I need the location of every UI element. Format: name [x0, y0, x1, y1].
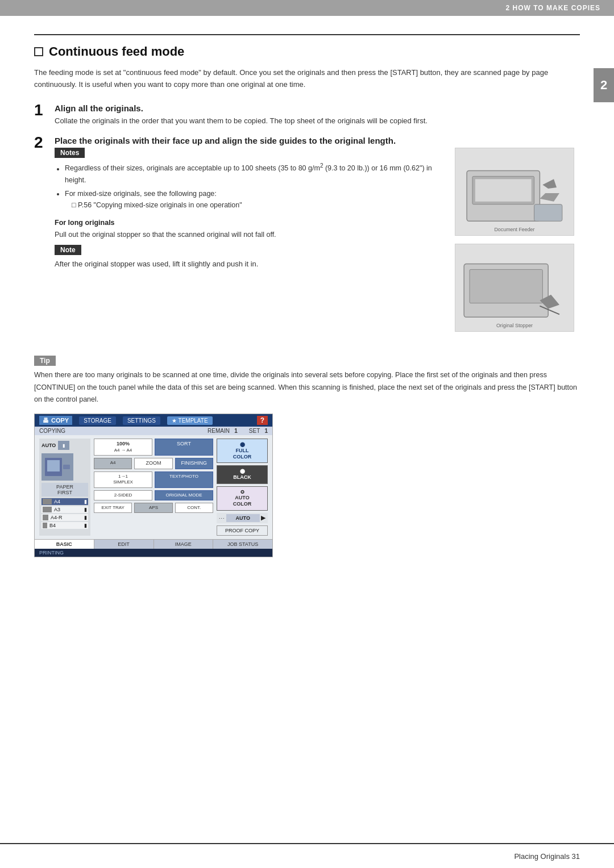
paper-sizes: A4 ▮ A3 ▮ A4-R ▮ [42, 498, 88, 529]
auto-color-icon: ✪ [221, 490, 264, 495]
header-chapter: 2 HOW TO MAKE COPIES [506, 4, 600, 12]
copy-tab-template: ★ TEMPLATE [167, 416, 213, 425]
notes-box: Notes Regardless of their sizes, origina… [55, 148, 443, 210]
copy-copying-label: COPYING [39, 428, 65, 434]
exit-tray-btn[interactable]: EXIT TRAY [94, 503, 132, 513]
paper-first-btn[interactable]: PAPERFIRST [42, 483, 88, 496]
notes-list: Regardless of their sizes, originals are… [55, 161, 443, 210]
set-label: SET 1 [249, 428, 268, 434]
size-label-a3: A3 [54, 507, 60, 512]
intro-text: The feeding mode is set at "continuous f… [34, 67, 580, 91]
full-color-label: FULLCOLOR [221, 448, 264, 460]
copy-row-4: 2-SIDED ORIGINAL MODE [94, 490, 213, 500]
tip-section: Tip When there are too many originals to… [34, 356, 580, 557]
size-indicator-b4: ▮ [84, 523, 87, 528]
copy-tab-settings: SETTINGS [123, 416, 160, 425]
for-long-section: For long originals Pull out the original… [55, 219, 443, 240]
size-bar-a4r [43, 515, 48, 520]
footer-tab-job-status[interactable]: JOB STATUS [213, 540, 272, 549]
black-btn[interactable]: ⬤ BLACK [217, 465, 268, 483]
step-2: 2 Place the originals with their face up… [34, 136, 580, 340]
dots-icon: ··· [219, 515, 225, 521]
copy-ui-screenshot: 🖶 COPY STORAGE SETTINGS ★ TEMPLATE ? COP… [34, 414, 273, 557]
copy-ui-right: ⬤ FULLCOLOR ⬤ BLACK ✪ AUTOCOLOR ··· AUTO [217, 439, 268, 536]
footer-right: Placing Originals 31 [514, 852, 580, 861]
proof-copy-btn[interactable]: PROOF COPY [217, 525, 268, 536]
copy-ui-title: COPY [51, 417, 69, 424]
size-a4[interactable]: A4 ▮ [42, 498, 88, 505]
main-content: Continuous feed mode The feeding mode is… [0, 16, 614, 591]
auto-row: AUTO ▮ [42, 441, 88, 450]
paper-aps-btn[interactable]: A4 [94, 458, 132, 469]
step-2-number: 2 [34, 133, 55, 152]
step-2-heading: Place the originals with their face up a… [55, 136, 580, 145]
for-long-title: For long originals [55, 219, 443, 227]
size-indicator-a4r: ▮ [84, 515, 87, 520]
note-item-1: Regardless of their sizes, originals are… [65, 161, 443, 185]
header-bar: 2 HOW TO MAKE COPIES [0, 0, 614, 16]
svg-text:Original Stopper: Original Stopper [496, 323, 533, 328]
note-single-content: After the original stopper was used, lif… [55, 258, 443, 270]
copy-row-3: 1→1SIMPLEX TEXT/PHOTO [94, 471, 213, 488]
copy-ui-header: 🖶 COPY STORAGE SETTINGS ★ TEMPLATE ? [35, 414, 272, 427]
copy-row-bottom: EXIT TRAY APS CONT. [94, 503, 213, 513]
checkbox-icon [34, 47, 43, 56]
copy-ui-body: AUTO ▮ PAPERFIRST [35, 435, 272, 539]
size-a4r[interactable]: A4-R ▮ [42, 514, 88, 521]
step-1-content: Align all the originals. Collate the ori… [55, 103, 580, 127]
size-b4[interactable]: B4 ▮ [42, 522, 88, 529]
zoom-select-btn[interactable]: ZOOM [134, 458, 172, 469]
svg-rect-16 [47, 460, 60, 471]
machine-image-top: Document Feeder [455, 148, 574, 236]
arrow-right-icon[interactable]: ▶ [261, 514, 265, 521]
zoom-btn[interactable]: 100% A4 → A4 [94, 439, 152, 456]
notes-label: Notes [55, 148, 85, 158]
step-1-number: 1 [34, 101, 55, 119]
auto-btn[interactable]: AUTO [226, 514, 260, 522]
page-footer: Placing Originals 31 [0, 843, 614, 868]
size-label-a4: A4 [54, 499, 60, 504]
simplex-btn[interactable]: 1→1SIMPLEX [94, 471, 152, 488]
auto-color-btn[interactable]: ✪ AUTOCOLOR [217, 486, 268, 511]
copy-help-btn[interactable]: ? [257, 416, 268, 425]
footer-tab-basic[interactable]: BASIC [35, 540, 94, 549]
size-label-b4: B4 [49, 523, 56, 528]
footer-tab-edit[interactable]: EDIT [94, 540, 154, 549]
size-bar-a3 [43, 507, 52, 512]
auto-setting-row: ··· AUTO ▶ [217, 513, 268, 523]
chapter-number: 2 [600, 78, 607, 93]
size-a3[interactable]: A3 ▮ [42, 506, 88, 513]
size-label-a4r: A4-R [51, 515, 63, 520]
printing-status: PRINTING [39, 550, 64, 556]
step-2-left: Notes Regardless of their sizes, origina… [55, 148, 443, 340]
original-mode-btn[interactable]: ORIGINAL MODE [155, 490, 213, 500]
svg-rect-17 [63, 465, 70, 469]
full-color-icon: ⬤ [221, 442, 264, 448]
aps-btn[interactable]: APS [134, 503, 172, 513]
continue-btn[interactable]: CONT. [175, 503, 213, 513]
size-indicator-a3: ▮ [84, 507, 87, 512]
remain-set: REMAIN 1 SET 1 [208, 428, 268, 434]
copy-icon-symbol: 🖶 [43, 417, 49, 424]
step-2-images: Document Feeder Origi [455, 148, 580, 340]
step-2-body: Notes Regardless of their sizes, origina… [55, 148, 580, 340]
two-sided-btn[interactable]: 2-SIDED [94, 490, 152, 500]
remain-label: REMAIN 1 [208, 428, 238, 434]
sort-btn[interactable]: SORT [155, 439, 213, 456]
copy-ui-middle: 100% A4 → A4 SORT A4 ZOOM FINISHING 1→1S… [94, 439, 213, 536]
note-single-label: Note [55, 245, 81, 255]
paper-icon: ▮ [58, 441, 69, 450]
footer-tab-image[interactable]: IMAGE [154, 540, 214, 549]
finishing-btn[interactable]: FINISHING [175, 458, 213, 469]
svg-rect-10 [470, 270, 542, 303]
tip-text: When there are too many originals to be … [34, 369, 580, 406]
copier-thumb [42, 453, 73, 481]
copy-ui-footer: BASIC EDIT IMAGE JOB STATUS [35, 539, 272, 549]
copy-ui-status-bar: PRINTING [35, 549, 272, 557]
copy-ui-subheader: COPYING REMAIN 1 SET 1 [35, 427, 272, 435]
machine-image-bottom: Original Stopper [455, 244, 574, 332]
copy-icon: 🖶 COPY [39, 416, 72, 425]
copy-tab-storage: STORAGE [79, 416, 116, 425]
full-color-btn[interactable]: ⬤ FULLCOLOR [217, 439, 268, 463]
text-photo-btn[interactable]: TEXT/PHOTO [155, 471, 213, 488]
